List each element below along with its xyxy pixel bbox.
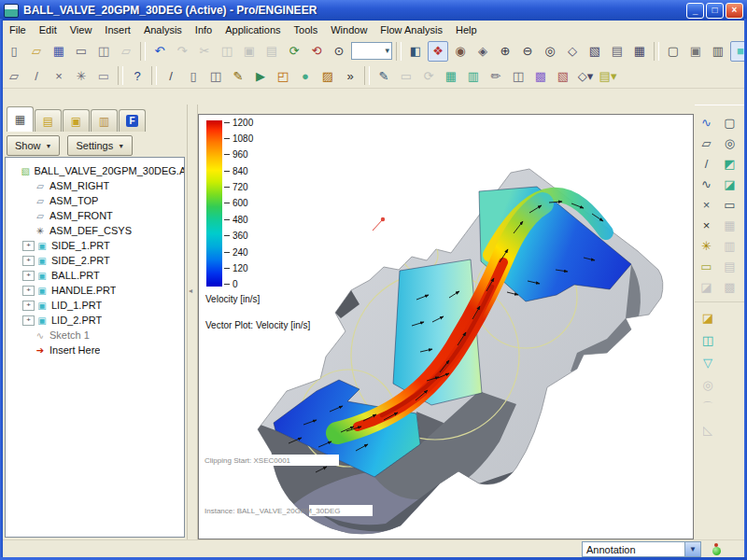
- hole-icon[interactable]: ◎: [698, 375, 718, 394]
- datum-axis-icon[interactable]: /: [697, 154, 717, 173]
- minimize-button[interactable]: _: [686, 3, 704, 19]
- datum-point-icon[interactable]: ×: [697, 195, 717, 214]
- expand-icon[interactable]: [22, 346, 33, 355]
- copy-page-icon[interactable]: ◫: [508, 65, 529, 86]
- hidden-line-icon[interactable]: ▣: [685, 41, 706, 62]
- edit-definition-icon[interactable]: ✏: [486, 65, 506, 86]
- tab-browser[interactable]: F: [119, 109, 146, 132]
- regenerate-icon[interactable]: ⟳: [284, 41, 304, 62]
- settings-button[interactable]: Settings ▼: [67, 135, 133, 156]
- separator[interactable]: [151, 66, 157, 85]
- print-icon[interactable]: ▭: [71, 41, 92, 62]
- revolve-icon[interactable]: ◎: [720, 133, 740, 152]
- expand-icon[interactable]: +: [22, 315, 35, 326]
- expand-icon[interactable]: +: [22, 241, 35, 251]
- table-icon[interactable]: ▤: [720, 257, 740, 275]
- separator[interactable]: [396, 42, 402, 61]
- axis-display-icon[interactable]: /: [26, 65, 47, 86]
- tree-item-side-1[interactable]: + ▣ SIDE_1.PRT: [6, 238, 184, 253]
- refit-icon[interactable]: ◎: [540, 41, 560, 62]
- expand-icon[interactable]: +: [22, 271, 35, 281]
- regenerate-manager-icon[interactable]: ⟲: [306, 41, 327, 62]
- layers-icon[interactable]: ▤: [607, 41, 627, 62]
- expand-icon[interactable]: [9, 167, 19, 175]
- image-export-icon[interactable]: ▨: [317, 65, 338, 86]
- more-tools-icon[interactable]: »: [340, 65, 360, 86]
- new-file-icon[interactable]: ▯: [4, 41, 24, 62]
- note-icon[interactable]: ▭: [396, 65, 416, 86]
- tree-item-asm-front[interactable]: ▱ ASM_FRONT: [6, 208, 184, 223]
- zoom-in-icon[interactable]: ⊕: [495, 41, 515, 62]
- sweep-icon[interactable]: ◩: [720, 154, 740, 173]
- tab-favorites[interactable]: ▣: [63, 109, 90, 132]
- view-manager-icon[interactable]: ▦: [629, 41, 650, 62]
- save-icon[interactable]: ▦: [49, 41, 69, 62]
- plane-tag-icon[interactable]: ▭: [697, 257, 717, 275]
- menu-item-help[interactable]: Help: [449, 22, 484, 37]
- style-tool-icon[interactable]: ∿: [697, 113, 717, 132]
- grid-icon[interactable]: ▩: [720, 277, 740, 296]
- zoom-out-icon[interactable]: ⊖: [517, 41, 538, 62]
- separator[interactable]: [140, 42, 146, 61]
- sketch-tool-icon[interactable]: ∿: [697, 175, 717, 193]
- datum-dropdown-icon[interactable]: ◇▾: [575, 65, 596, 86]
- menu-item-file[interactable]: File: [3, 22, 33, 37]
- play-icon[interactable]: ▶: [250, 65, 271, 86]
- analysis-point-icon[interactable]: ×: [697, 216, 717, 234]
- mirror-icon[interactable]: ▥: [720, 236, 740, 255]
- create-component-icon[interactable]: ◫: [698, 330, 718, 349]
- pattern-icon[interactable]: ▦: [720, 216, 740, 234]
- pan-zoom-icon[interactable]: ◈: [472, 41, 493, 62]
- model-info-icon[interactable]: ●: [295, 65, 316, 86]
- saved-views-icon[interactable]: ▧: [585, 41, 605, 62]
- open-icon[interactable]: ▱: [26, 41, 47, 62]
- extrude-icon[interactable]: ▢: [720, 113, 740, 132]
- tree-item-side-2[interactable]: + ▣ SIDE_2.PRT: [6, 253, 184, 268]
- line-tool-icon[interactable]: /: [161, 65, 181, 86]
- new-window-icon[interactable]: ◰: [273, 65, 293, 86]
- annotation-display-icon[interactable]: ▭: [93, 65, 114, 86]
- orient-mode-icon[interactable]: ◉: [450, 41, 471, 62]
- maximize-button[interactable]: □: [706, 3, 724, 19]
- paste-icon[interactable]: ▣: [239, 41, 260, 62]
- spin-center-icon[interactable]: ❖: [428, 41, 448, 62]
- menu-item-insert[interactable]: Insert: [98, 22, 137, 37]
- annotate-icon[interactable]: ✎: [374, 65, 394, 86]
- tree-item-asm-top[interactable]: ▱ ASM_TOP: [6, 193, 184, 208]
- edit-icon[interactable]: ✎: [228, 65, 248, 86]
- csys-icon[interactable]: ✳: [697, 236, 717, 255]
- menu-item-analysis[interactable]: Analysis: [137, 22, 189, 37]
- layer-dropdown-icon[interactable]: ▤▾: [598, 65, 618, 86]
- plane-display-icon[interactable]: ▱: [4, 65, 24, 86]
- appearance-icon[interactable]: ▩: [530, 65, 551, 86]
- analysis-table-icon[interactable]: ▦: [441, 65, 461, 86]
- round-icon[interactable]: ⌒: [698, 398, 718, 416]
- copy-icon[interactable]: ◫: [217, 41, 237, 62]
- sketcher-icon[interactable]: ◪: [697, 277, 717, 296]
- repaint-icon[interactable]: ◧: [405, 41, 426, 62]
- close-button[interactable]: ×: [726, 3, 743, 19]
- csys-display-icon[interactable]: ✳: [71, 65, 92, 86]
- tab-folder-browser[interactable]: ▤: [35, 109, 62, 132]
- reorient-icon[interactable]: ◇: [562, 41, 583, 62]
- expand-icon[interactable]: [22, 227, 33, 235]
- paste-special-icon[interactable]: ▤: [261, 41, 282, 62]
- separator[interactable]: [364, 66, 370, 85]
- expand-icon[interactable]: +: [22, 286, 35, 296]
- copy-drawing-icon[interactable]: ◫: [205, 65, 226, 86]
- assemble-icon[interactable]: ◪: [698, 308, 718, 327]
- point-display-icon[interactable]: ×: [49, 65, 69, 86]
- menu-item-flow-analysis[interactable]: Flow Analysis: [374, 22, 449, 37]
- expand-icon[interactable]: [22, 331, 33, 340]
- slot-icon[interactable]: ▽: [698, 353, 718, 371]
- menu-item-view[interactable]: View: [63, 22, 99, 37]
- annotation-select[interactable]: Annotation ▼: [582, 541, 701, 557]
- combo-arrow-icon[interactable]: ▼: [684, 542, 700, 556]
- menu-item-info[interactable]: Info: [189, 22, 218, 37]
- boundary-blend-icon[interactable]: ▭: [720, 195, 740, 214]
- tree-item-ball[interactable]: + ▣ BALL.PRT: [6, 268, 184, 283]
- tree-item-asm-def-csys[interactable]: ✳ ASM_DEF_CSYS: [6, 223, 184, 238]
- tree-item-sketch-1[interactable]: ∿ Sketch 1: [6, 328, 184, 343]
- redo-icon[interactable]: ↷: [172, 41, 192, 62]
- tab-model-tree[interactable]: ▦: [7, 106, 34, 132]
